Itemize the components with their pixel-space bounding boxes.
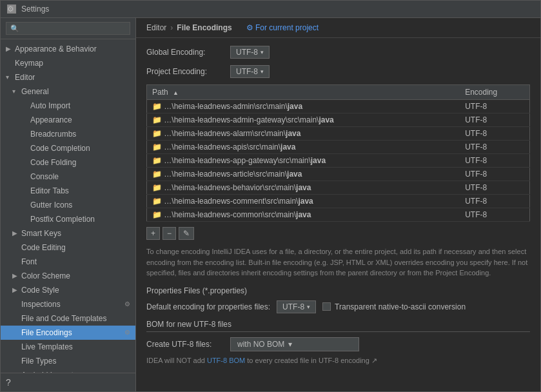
title-bar: ⚙ Settings <box>1 1 540 18</box>
path-prefix: …\heima-leadnews-behavior\src\main\ <box>164 183 296 192</box>
path-column-header[interactable]: Path ▲ <box>147 85 460 100</box>
path-bold: java <box>296 210 311 219</box>
table-row[interactable]: 📁 …\heima-leadnews-app-gateway\src\main\… <box>147 154 530 168</box>
transparent-checkbox-label[interactable]: Transparent native-to-ascii conversion <box>322 302 466 311</box>
project-encoding-row: Project Encoding: UTF-8 ▾ <box>146 65 530 78</box>
path-prefix: …\heima-leadnews-admin-gateway\src\main\ <box>164 115 319 124</box>
table-row[interactable]: 📁 …\heima-leadnews-comment\src\main\java… <box>147 195 530 208</box>
arrow-icon: ▶ <box>12 228 19 239</box>
sidebar-item-file-types[interactable]: File Types <box>1 354 135 368</box>
path-prefix: …\heima-leadnews-app-gateway\src\main\ <box>164 156 310 165</box>
sidebar-item-editor[interactable]: ▾Editor <box>1 70 135 84</box>
sidebar-item-keymap[interactable]: Keymap <box>1 56 135 70</box>
properties-section: Properties Files (*.properties) Default … <box>146 286 530 313</box>
sidebar-item-label: File and Code Templates <box>21 313 107 324</box>
table-row[interactable]: 📁 …\heima-leadnews-admin-gateway\src\mai… <box>147 113 530 127</box>
path-cell: 📁 …\heima-leadnews-apis\src\main\java <box>147 141 460 154</box>
transparent-checkbox[interactable] <box>322 302 331 311</box>
sidebar-item-breadcrumbs[interactable]: Breadcrumbs <box>1 127 135 141</box>
sidebar-item-general[interactable]: ▾General <box>1 84 135 99</box>
encoding-column-header: Encoding <box>460 85 529 100</box>
sidebar-item-label: Breadcrumbs <box>30 128 76 140</box>
properties-encoding-value: UTF-8 <box>282 302 304 311</box>
for-current-project-link[interactable]: ⚙ For current project <box>246 23 319 32</box>
bom-create-label: Create UTF-8 files: <box>146 340 224 349</box>
sidebar-item-smart-keys[interactable]: ▶Smart Keys <box>1 226 135 240</box>
sidebar-item-inspections[interactable]: Inspections⚙ <box>1 297 135 311</box>
sidebar-item-label: Live Templates <box>21 341 73 353</box>
sidebar-item-label: Gutter Icons <box>30 199 72 211</box>
bom-create-value: with NO BOM <box>237 340 284 349</box>
sidebar-item-label: Code Style <box>21 284 59 296</box>
sidebar-item-code-folding[interactable]: Code Folding <box>1 155 135 170</box>
transparent-checkbox-text: Transparent native-to-ascii conversion <box>335 302 466 311</box>
sidebar-item-live-templates[interactable]: Live Templates <box>1 340 135 354</box>
properties-encoding-dropdown[interactable]: UTF-8 ▾ <box>277 300 316 313</box>
sidebar-item-code-completion[interactable]: Code Completion <box>1 141 135 155</box>
arrow-icon: ▶ <box>12 284 19 296</box>
main-panel: Editor › File Encodings ⚙ For current pr… <box>136 18 540 391</box>
path-bold: java <box>280 142 295 152</box>
sidebar-item-label: File Encodings <box>21 327 72 338</box>
sidebar-item-postfix-completion[interactable]: Postfix Completion <box>1 212 135 226</box>
bom-link[interactable]: UTF-8 BOM <box>207 357 245 364</box>
sidebar-item-appearance-behavior[interactable]: ▶Appearance & Behavior <box>1 42 135 56</box>
sidebar-item-code-style[interactable]: ▶Code Style <box>1 283 135 297</box>
sidebar-item-auto-import[interactable]: Auto Import <box>1 99 135 113</box>
folder-icon: 📁 <box>152 102 162 111</box>
path-cell: 📁 …\heima-leadnews-behavior\src\main\jav… <box>147 181 460 195</box>
sidebar-item-label: File Types <box>21 355 56 367</box>
table-toolbar-button[interactable]: − <box>162 227 176 240</box>
sidebar-item-console[interactable]: Console <box>1 170 135 184</box>
project-encoding-dropdown[interactable]: UTF-8 ▾ <box>230 65 270 78</box>
folder-icon: 📁 <box>152 197 162 206</box>
path-cell: 📁 …\heima-leadnews-admin-gateway\src\mai… <box>147 113 460 127</box>
sidebar-item-font[interactable]: Font <box>1 255 135 269</box>
path-cell: 📁 …\heima-leadnews-alarm\src\main\java <box>147 127 460 141</box>
bom-create-dropdown[interactable]: with NO BOM ▾ <box>230 337 359 351</box>
sidebar-item-appearance[interactable]: Appearance <box>1 113 135 127</box>
encoding-cell: UTF-8 <box>460 154 529 168</box>
global-encoding-dropdown[interactable]: UTF-8 ▾ <box>230 46 270 59</box>
bom-note-text2: to every created file in UTF-8 encoding … <box>245 357 377 364</box>
arrow-icon: ▶ <box>6 43 12 55</box>
table-row[interactable]: 📁 …\heima-leadnews-behavior\src\main\jav… <box>147 181 530 195</box>
bom-link-text: UTF-8 BOM <box>207 357 245 364</box>
path-prefix: …\heima-leadnews-alarm\src\main\ <box>164 129 286 138</box>
bom-section-title: BOM for new UTF-8 files <box>146 320 530 332</box>
table-toolbar-button[interactable]: + <box>146 227 160 240</box>
sidebar: ▶Appearance & BehaviorKeymap▾Editor▾Gene… <box>1 18 136 391</box>
bom-dropdown-arrow: ▾ <box>288 340 292 349</box>
table-row[interactable]: 📁 …\heima-leadnews-alarm\src\main\javaUT… <box>147 127 530 141</box>
path-cell: 📁 …\heima-leadnews-app-gateway\src\main\… <box>147 154 460 168</box>
breadcrumb-separator: › <box>170 23 173 32</box>
sidebar-item-label: General <box>21 86 49 97</box>
folder-icon: 📁 <box>152 210 162 219</box>
sidebar-item-editor-tabs[interactable]: Editor Tabs <box>1 184 135 198</box>
bom-note: IDEA will NOT add UTF-8 BOM to every cre… <box>146 357 530 365</box>
search-input[interactable] <box>6 22 130 35</box>
search-box[interactable] <box>1 18 135 39</box>
help-button[interactable]: ? <box>6 377 11 387</box>
folder-icon: 📁 <box>152 129 162 138</box>
table-row[interactable]: 📁 …\heima-leadnews-admin\src\main\javaUT… <box>147 100 530 113</box>
arrow-icon: ▾ <box>6 72 12 83</box>
folder-icon: 📁 <box>152 142 162 152</box>
bom-section: BOM for new UTF-8 files Create UTF-8 fil… <box>146 320 530 365</box>
sidebar-item-code-editing[interactable]: Code Editing <box>1 240 135 255</box>
table-toolbar-button[interactable]: ✎ <box>179 227 194 240</box>
table-row[interactable]: 📁 …\heima-leadnews-apis\src\main\javaUTF… <box>147 141 530 154</box>
sidebar-item-android-layout[interactable]: Android Layout ... <box>1 368 135 373</box>
sidebar-item-file-encodings[interactable]: File Encodings⚙ <box>1 326 135 340</box>
folder-icon: 📁 <box>152 156 162 165</box>
table-row[interactable]: 📁 …\heima-leadnews-article\src\main\java… <box>147 168 530 181</box>
encoding-cell: UTF-8 <box>460 141 529 154</box>
path-bold: java <box>298 197 313 206</box>
sidebar-item-file-code-templates[interactable]: File and Code Templates <box>1 311 135 326</box>
sidebar-item-gutter-icons[interactable]: Gutter Icons <box>1 198 135 212</box>
path-bold: java <box>296 183 311 192</box>
table-row[interactable]: 📁 …\heima-leadnews-common\src\main\javaU… <box>147 208 530 222</box>
sidebar-item-color-scheme[interactable]: ▶Color Scheme <box>1 269 135 283</box>
sort-icon: ▲ <box>173 90 179 96</box>
breadcrumb-parent: Editor <box>146 23 166 32</box>
